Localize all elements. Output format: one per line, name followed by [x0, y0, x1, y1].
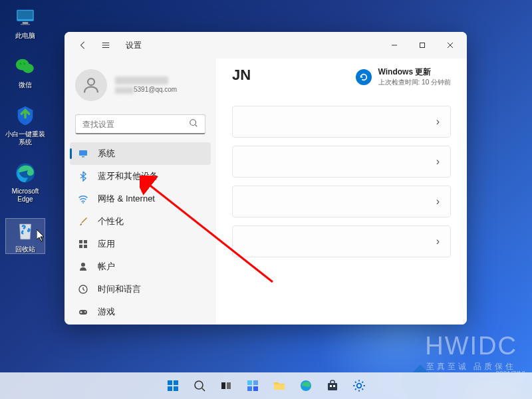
svg-rect-29 — [168, 386, 172, 391]
taskbar-store[interactable] — [321, 374, 344, 398]
settings-row[interactable]: › — [232, 146, 451, 178]
svg-rect-3 — [21, 24, 30, 25]
start-button[interactable] — [161, 374, 185, 398]
recycle-bin-icon — [13, 219, 37, 243]
svg-rect-41 — [328, 383, 337, 390]
game-icon — [78, 307, 88, 317]
clock-icon — [78, 284, 88, 295]
taskbar-widgets[interactable] — [241, 374, 265, 398]
minimize-button[interactable] — [380, 35, 408, 56]
edge-icon — [13, 161, 37, 185]
account-block[interactable]: 5391@qq.com — [65, 64, 216, 106]
nav-label: 系统 — [98, 148, 115, 160]
svg-rect-39 — [274, 384, 285, 390]
brush-icon — [78, 216, 88, 227]
svg-rect-30 — [174, 386, 178, 391]
taskbar[interactable] — [0, 372, 532, 399]
bluetooth-icon — [78, 171, 88, 182]
svg-point-6 — [20, 63, 22, 65]
avatar — [75, 69, 107, 101]
nav-label: 时间和语言 — [98, 283, 141, 295]
nav-item-time-language[interactable]: 时间和语言 — [70, 278, 211, 301]
desktop-icon-wechat[interactable]: 微信 — [5, 55, 45, 89]
nav-item-gaming[interactable]: 游戏 — [70, 301, 211, 323]
desktop-icons-column: 此电脑 微信 小白一键重装 系统 Microsoft Edge 回收站 — [5, 5, 45, 254]
desktop-icon-edge[interactable]: Microsoft Edge — [5, 161, 45, 203]
nav-item-system[interactable]: 系统 — [70, 142, 211, 165]
search-icon — [189, 118, 198, 130]
maximize-button[interactable] — [408, 35, 436, 56]
windows-update-widget[interactable]: Windows 更新 上次检查时间: 10 分钟前 — [356, 66, 451, 87]
nav-item-personalization[interactable]: 个性化 — [70, 210, 211, 233]
svg-rect-33 — [221, 382, 225, 389]
back-button[interactable] — [75, 37, 91, 53]
svg-rect-35 — [247, 380, 252, 385]
settings-main: JN Windows 更新 上次检查时间: 10 分钟前 › › › › — [216, 59, 467, 325]
update-subtitle: 上次检查时间: 10 分钟前 — [378, 78, 451, 87]
nav-item-accessibility[interactable]: 辅助功能 — [70, 323, 211, 325]
window-titlebar[interactable]: 设置 — [65, 32, 467, 59]
search-input[interactable] — [82, 120, 189, 129]
taskbar-explorer[interactable] — [267, 374, 291, 398]
svg-rect-38 — [253, 386, 258, 391]
nav-item-network[interactable]: 网络 & Internet — [70, 188, 211, 210]
settings-sidebar: 5391@qq.com 系统 蓝牙和其他设备 — [65, 59, 216, 325]
svg-point-12 — [190, 119, 196, 125]
svg-point-5 — [23, 64, 34, 73]
desktop-icon-label: 小白一键重装 系统 — [5, 130, 45, 146]
account-name-redacted — [115, 76, 168, 84]
update-title: Windows 更新 — [378, 66, 451, 78]
taskbar-settings[interactable] — [347, 374, 371, 398]
chevron-right-icon: › — [436, 235, 440, 247]
svg-rect-15 — [82, 156, 84, 158]
svg-rect-10 — [420, 43, 425, 48]
search-settings-box[interactable] — [75, 114, 205, 134]
nav-item-apps[interactable]: 应用 — [70, 233, 211, 255]
svg-point-31 — [195, 381, 203, 389]
desktop-icon-label: 此电脑 — [15, 32, 35, 40]
nav-label: 帐户 — [98, 261, 115, 273]
hamburger-button[interactable] — [98, 37, 114, 53]
close-button[interactable] — [436, 35, 464, 56]
svg-rect-19 — [79, 245, 82, 248]
svg-line-13 — [196, 124, 198, 126]
svg-point-7 — [23, 63, 25, 65]
svg-rect-28 — [174, 380, 178, 385]
desktop-icon-this-pc[interactable]: 此电脑 — [5, 5, 45, 40]
mouse-cursor — [37, 229, 46, 243]
settings-row[interactable]: › — [232, 186, 451, 217]
chevron-right-icon: › — [436, 196, 440, 207]
desktop-icon-label: 微信 — [19, 81, 32, 89]
update-icon — [356, 69, 372, 85]
svg-rect-1 — [18, 11, 33, 19]
nav-label: 个性化 — [98, 215, 124, 227]
taskbar-taskview[interactable] — [214, 374, 238, 398]
svg-rect-42 — [330, 385, 332, 387]
nav-label: 网络 & Internet — [98, 193, 155, 205]
nav-item-accounts[interactable]: 帐户 — [70, 255, 211, 278]
window-title: 设置 — [126, 40, 142, 51]
nav-label: 游戏 — [98, 306, 115, 318]
svg-rect-18 — [84, 240, 87, 243]
desktop-icon-xiaobai[interactable]: 小白一键重装 系统 — [5, 104, 45, 146]
monitor-icon — [13, 5, 37, 29]
svg-point-24 — [84, 311, 86, 313]
taskbar-search[interactable] — [188, 374, 211, 398]
svg-point-16 — [82, 202, 84, 203]
svg-line-32 — [202, 388, 205, 391]
page-title: JN — [232, 66, 251, 84]
settings-window: 设置 5391@qq.com — [65, 32, 467, 325]
grid-icon — [78, 239, 88, 249]
chevron-right-icon: › — [436, 116, 440, 128]
svg-point-44 — [357, 384, 362, 388]
svg-point-21 — [81, 263, 85, 267]
svg-rect-34 — [227, 382, 231, 389]
svg-rect-20 — [84, 245, 87, 248]
settings-row[interactable]: › — [232, 225, 451, 257]
nav-item-bluetooth[interactable]: 蓝牙和其他设备 — [70, 165, 211, 188]
desktop-icon-label: 回收站 — [15, 245, 35, 253]
account-email: 5391@qq.com — [115, 86, 177, 93]
settings-row[interactable]: › — [232, 106, 451, 138]
taskbar-edge[interactable] — [294, 374, 318, 398]
nav-label: 应用 — [98, 238, 115, 250]
